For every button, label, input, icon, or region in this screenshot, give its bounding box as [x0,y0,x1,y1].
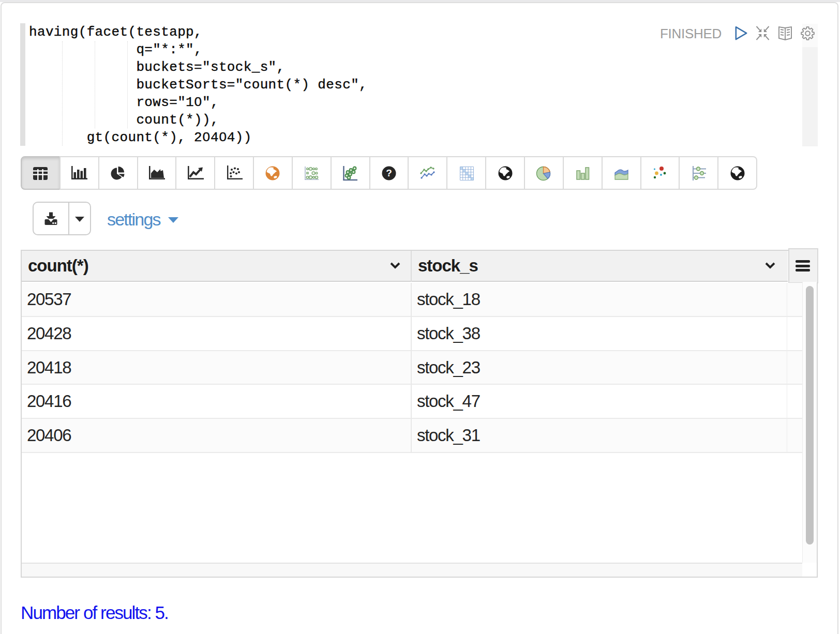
svg-text:?: ? [386,168,392,178]
